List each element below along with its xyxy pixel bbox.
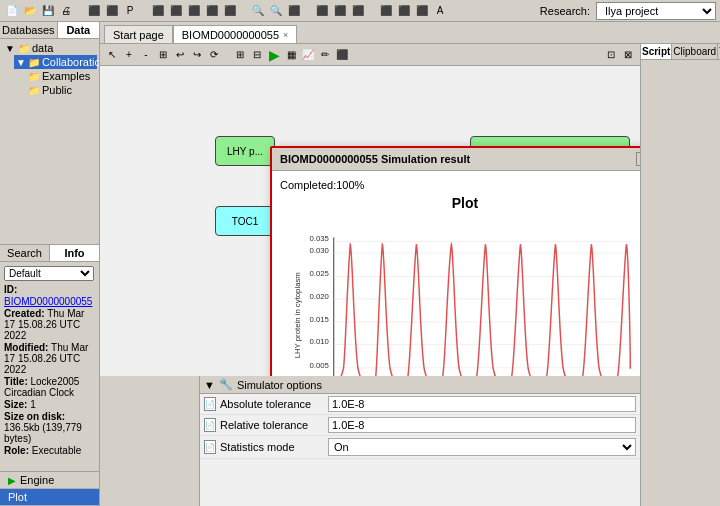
research-select[interactable]: Ilya project xyxy=(596,2,716,20)
node-lhy-label: LHY p... xyxy=(227,146,263,157)
sim-row-absolute: 📄 Absolute tolerance xyxy=(200,394,640,415)
print-icon[interactable]: 🖨 xyxy=(58,3,74,19)
tree-collaboration[interactable]: ▼ 📁 Collaboration xyxy=(14,55,97,69)
tree-sub-indent: 📁 Examples 📁 Public xyxy=(14,69,97,97)
expand-right-icon[interactable]: ⊡ xyxy=(603,47,619,63)
svg-text:0.010: 0.010 xyxy=(309,337,329,346)
svg-text:0.025: 0.025 xyxy=(309,269,328,278)
tree-area: ▼ 📁 data ▼ 📁 Collaboration 📁 Examples 📁 xyxy=(0,39,99,244)
zoom-fit-icon[interactable]: ⊞ xyxy=(155,47,171,63)
svg-text:0.030: 0.030 xyxy=(309,246,329,255)
bottom-row: ▼ 🔧 Simulator options 📄 Absolute toleran… xyxy=(100,376,720,506)
top-toolbar: 📄 📂 💾 🖨 ⬛ ⬛ P ⬛ ⬛ ⬛ ⬛ ⬛ 🔍 🔍 ⬛ ⬛ ⬛ ⬛ ⬛ ⬛ … xyxy=(0,0,720,22)
new-icon[interactable]: 📄 xyxy=(4,3,20,19)
nav-plot[interactable]: Plot xyxy=(0,489,99,506)
icon11[interactable]: ⬛ xyxy=(286,3,302,19)
info-panel: Default ID: BIOMD0000000055 Created: Thu… xyxy=(0,262,99,471)
zoom-out-icon[interactable]: - xyxy=(138,47,154,63)
role-label: Role: xyxy=(4,445,29,456)
folder-examples-icon: 📁 xyxy=(28,70,40,82)
icon17[interactable]: ⬛ xyxy=(414,3,430,19)
icon1[interactable]: ⬛ xyxy=(86,3,102,19)
tab-data[interactable]: Data xyxy=(58,22,99,38)
tab-bar: Start page BIOMD0000000055 × xyxy=(100,22,720,44)
icon2[interactable]: ⬛ xyxy=(104,3,120,19)
size-on-disk-label: Size on disk: xyxy=(4,411,65,422)
tab-clipboard[interactable]: Clipboard xyxy=(672,44,718,59)
simulation-modal: BIOMD0000000055 Simulation result × Comp… xyxy=(270,146,640,376)
play-icon: ▶ xyxy=(8,475,16,486)
bottom-left-tabs: Search Info xyxy=(0,244,99,262)
node-toc1[interactable]: TOC1 xyxy=(215,206,275,236)
tab-databases[interactable]: Databases xyxy=(0,22,58,38)
icon8[interactable]: ⬛ xyxy=(222,3,238,19)
icon10[interactable]: 🔍 xyxy=(268,3,284,19)
relative-tolerance-input[interactable] xyxy=(328,417,636,433)
layout-icon[interactable]: ⊟ xyxy=(249,47,265,63)
run-icon[interactable]: ▶ xyxy=(266,47,282,63)
svg-text:0.005: 0.005 xyxy=(309,361,328,370)
icon12[interactable]: ⬛ xyxy=(314,3,330,19)
svg-text:LHY protein in cytoplasm: LHY protein in cytoplasm xyxy=(293,272,302,358)
modified-label: Modified: xyxy=(4,342,48,353)
absolute-tolerance-input[interactable] xyxy=(328,396,636,412)
icon9[interactable]: 🔍 xyxy=(250,3,266,19)
toolbar-icons: 📄 📂 💾 🖨 ⬛ ⬛ P ⬛ ⬛ ⬛ ⬛ ⬛ 🔍 🔍 ⬛ ⬛ ⬛ ⬛ ⬛ ⬛ … xyxy=(4,3,448,19)
expand-icon-2: ▼ xyxy=(16,56,26,68)
collapse-right-icon[interactable]: ⊠ xyxy=(620,47,636,63)
tab-close-icon[interactable]: × xyxy=(283,30,288,40)
node-lhy[interactable]: LHY p... xyxy=(215,136,275,166)
right-tabs: Script Clipboard Tasks xyxy=(641,44,720,60)
table-icon[interactable]: ▦ xyxy=(283,47,299,63)
id-value[interactable]: BIOMD0000000055 xyxy=(4,296,92,307)
undo-icon[interactable]: ↩ xyxy=(172,47,188,63)
icon15[interactable]: ⬛ xyxy=(378,3,394,19)
icon7[interactable]: ⬛ xyxy=(204,3,220,19)
icon16[interactable]: ⬛ xyxy=(396,3,412,19)
tree-root[interactable]: ▼ 📁 data xyxy=(2,41,97,55)
size-value: 1 xyxy=(30,399,36,410)
svg-text:0.035: 0.035 xyxy=(309,234,328,243)
role-value: Executable xyxy=(32,445,81,456)
tab-biomd[interactable]: BIOMD0000000055 × xyxy=(173,25,298,43)
tab-script[interactable]: Script xyxy=(641,44,672,59)
save-icon[interactable]: 💾 xyxy=(40,3,56,19)
icon5[interactable]: ⬛ xyxy=(168,3,184,19)
icon4[interactable]: ⬛ xyxy=(150,3,166,19)
icon18[interactable]: A xyxy=(432,3,448,19)
modal-body: Completed:100% Plot 0.000 xyxy=(272,171,640,376)
icon6[interactable]: ⬛ xyxy=(186,3,202,19)
pointer-icon[interactable]: ↖ xyxy=(104,47,120,63)
modal-close-button[interactable]: × xyxy=(636,152,640,166)
doc-icon-3: 📄 xyxy=(204,440,216,454)
tab-info[interactable]: Info xyxy=(50,245,99,261)
created-label: Created: xyxy=(4,308,45,319)
tree-public[interactable]: 📁 Public xyxy=(26,83,97,97)
left-panel: Databases Data ▼ 📁 data ▼ 📁 Collaboratio… xyxy=(0,22,100,506)
select-icon[interactable]: ⬛ xyxy=(334,47,350,63)
tree-examples[interactable]: 📁 Examples xyxy=(26,69,97,83)
collapse-icon: ▼ xyxy=(204,379,215,391)
sim-header-label: Simulator options xyxy=(237,379,322,391)
zoom-in-icon[interactable]: + xyxy=(121,47,137,63)
redo-icon[interactable]: ↪ xyxy=(189,47,205,63)
expand-icon: ▼ xyxy=(4,42,16,54)
icon14[interactable]: ⬛ xyxy=(350,3,366,19)
sim-row-relative: 📄 Relative tolerance xyxy=(200,415,640,436)
tab-search[interactable]: Search xyxy=(0,245,50,261)
open-icon[interactable]: 📂 xyxy=(22,3,38,19)
pencil-icon[interactable]: ✏ xyxy=(317,47,333,63)
icon13[interactable]: ⬛ xyxy=(332,3,348,19)
node-toc1-label: TOC1 xyxy=(232,216,259,227)
tab-start-page[interactable]: Start page xyxy=(104,25,173,43)
nav-engine[interactable]: ▶ Engine xyxy=(0,472,99,489)
statistics-mode-select[interactable]: On Off xyxy=(328,438,636,456)
sim-header[interactable]: ▼ 🔧 Simulator options xyxy=(200,376,640,394)
center-area: ↖ + - ⊞ ↩ ↪ ⟳ ⊞ ⊟ ▶ ▦ 📈 ✏ ⬛ ⊡ xyxy=(100,44,640,376)
icon3[interactable]: P xyxy=(122,3,138,19)
sim-label-relative: 📄 Relative tolerance xyxy=(204,418,324,432)
grid-icon[interactable]: ⊞ xyxy=(232,47,248,63)
refresh-icon[interactable]: ⟳ xyxy=(206,47,222,63)
chart-icon[interactable]: 📈 xyxy=(300,47,316,63)
default-select[interactable]: Default xyxy=(4,266,94,281)
